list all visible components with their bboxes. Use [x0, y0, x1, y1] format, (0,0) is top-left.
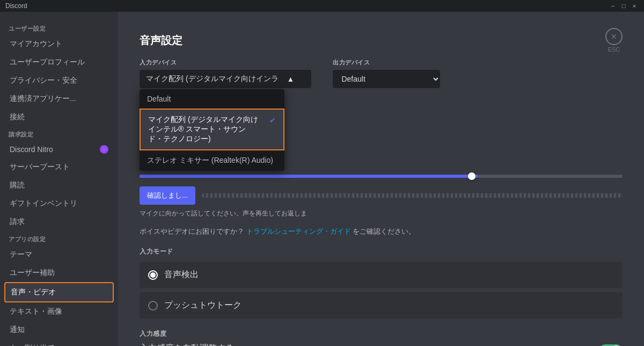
sensitivity-header: 入力感度: [140, 329, 623, 338]
dropdown-item-mic-array[interactable]: マイク配列 (デジタルマイク向けインテル® スマート・サウンド・テクノロジー) …: [140, 109, 284, 150]
dropdown-item-default[interactable]: Default: [140, 89, 284, 109]
close-button[interactable]: ×: [630, 2, 639, 10]
troubleshoot-link[interactable]: トラブルシューティング・ガイド: [246, 227, 351, 235]
esc-button[interactable]: ✕ ESC: [605, 28, 623, 53]
sidebar-item-my-account[interactable]: マイアカウント: [4, 35, 114, 53]
sidebar-item-user-profile[interactable]: ユーザープロフィール: [4, 53, 114, 71]
check-mark-icon: ✔: [269, 116, 276, 125]
title-bar: Discord − □ ×: [0, 0, 644, 12]
radio-circle-voice: [148, 270, 158, 280]
content-area: ✕ ESC 音声設定 入力デバイス マイク配列 (デジタルマイク向けインラ ▲: [118, 12, 644, 346]
sidebar-item-keybinds[interactable]: キー割り当て: [4, 339, 114, 346]
sensitivity-section: 入力感度 入力感度を自動調整する ✔ インジケーターが緑に点灯している時は、Di…: [140, 329, 623, 346]
output-device-label: 出力デバイス: [333, 59, 440, 67]
radio-circle-ptt: [148, 301, 158, 311]
sidebar-item-server-boost[interactable]: サーバーブースト: [4, 158, 114, 176]
sidebar-item-notifications[interactable]: 通知: [4, 321, 114, 339]
nitro-icon: [100, 145, 108, 154]
test-section: 確認しまし... マイクに向かって話してください。声を再生してお返しま: [140, 186, 623, 218]
sidebar-section-app-settings: アプリの設定: [4, 231, 114, 246]
radio-label-ptt: プッシュトウトーク: [164, 300, 241, 311]
sensitivity-auto-row: 入力感度を自動調整する ✔: [140, 343, 623, 346]
device-form-row: 入力デバイス マイク配列 (デジタルマイク向けインラ ▲ ② Default: [140, 59, 623, 88]
input-device-select-wrapper: マイク配列 (デジタルマイク向けインラ ▲ ② Default マイク配列 (デ…: [140, 70, 311, 88]
sidebar-item-privacy-safety[interactable]: プライバシー・安全: [4, 71, 114, 90]
sidebar-item-theme[interactable]: テーマ: [4, 246, 114, 264]
sensitivity-title: 入力感度: [140, 329, 166, 338]
sensitivity-auto-label: 入力感度を自動調整する: [140, 343, 234, 346]
radio-inner-voice: [150, 272, 156, 278]
sidebar-section-user-settings: ユーザー設定: [4, 20, 114, 35]
page-title: 音声設定: [140, 33, 623, 48]
sidebar-item-user-assist[interactable]: ユーザー補助: [4, 264, 114, 282]
sidebar-item-text-image[interactable]: テキスト・画像: [4, 302, 114, 321]
output-device-select-wrapper: Default: [333, 70, 440, 88]
confirm-button[interactable]: 確認しまし...: [140, 186, 195, 205]
troubleshoot-row: ボイスやビデオにお困りですか？ トラブルシューティング・ガイド をご確認ください…: [140, 227, 623, 236]
input-device-label: 入力デバイス: [140, 59, 311, 67]
sidebar-item-discord-nitro[interactable]: Discord Nitro: [4, 141, 114, 158]
output-device-group: 出力デバイス Default: [333, 59, 440, 88]
audio-bar-fill: [202, 193, 623, 198]
sidebar-item-voice-video[interactable]: 音声・ビデオ: [4, 282, 114, 302]
radio-push-to-talk[interactable]: プッシュトウトーク: [140, 292, 623, 319]
radio-label-voice: 音声検出: [164, 269, 199, 280]
output-device-select[interactable]: Default: [333, 70, 440, 88]
app-title: Discord: [5, 2, 27, 10]
sidebar-item-connections[interactable]: 接続: [4, 108, 114, 126]
input-mode-section: 入力モード 音声検出 プッシュトウトーク: [140, 247, 623, 319]
sidebar-item-linked-apps[interactable]: 連携済アプリケー...: [4, 90, 114, 108]
input-device-dropdown: ② Default マイク配列 (デジタルマイク向けインテル® スマート・サウン…: [140, 89, 284, 171]
test-row: 確認しまし...: [140, 186, 623, 205]
radio-voice-detection[interactable]: 音声検出: [140, 262, 623, 288]
esc-circle: ✕: [605, 28, 623, 45]
volume-slider-track[interactable]: [140, 175, 623, 178]
sidebar-section-billing: 請求設定: [4, 126, 114, 141]
title-bar-controls: − □ ×: [609, 2, 639, 10]
app-container: Discord − □ × ユーザー設定 マイアカウント ユーザープロフィール …: [0, 0, 644, 346]
test-description: マイクに向かって話してください。声を再生してお返しま: [140, 209, 623, 218]
input-mode-radio-group: 音声検出 プッシュトウトーク: [140, 262, 623, 319]
dropdown-item-stereo-mixer[interactable]: ステレオ ミキサー (Realtek(R) Audio): [140, 150, 284, 171]
maximize-button[interactable]: □: [619, 2, 628, 10]
input-device-group: 入力デバイス マイク配列 (デジタルマイク向けインラ ▲ ② Default: [140, 59, 311, 88]
volume-slider-thumb[interactable]: [468, 172, 475, 180]
minimize-button[interactable]: −: [609, 2, 617, 10]
esc-label: ESC: [608, 46, 620, 53]
auto-sensitivity-toggle[interactable]: ✔: [599, 344, 623, 347]
sidebar-item-billing[interactable]: 請求: [4, 213, 114, 231]
input-device-chevron: ▲: [287, 75, 295, 83]
input-device-select[interactable]: マイク配列 (デジタルマイク向けインラ ▲: [140, 70, 311, 88]
sidebar-item-gift-inventory[interactable]: ギフトインベントリ: [4, 194, 114, 213]
volume-slider-fill: [140, 175, 478, 178]
voice-video-row: ① 音声・ビデオ: [4, 282, 114, 302]
input-mode-label: 入力モード: [140, 247, 623, 256]
main-layout: ユーザー設定 マイアカウント ユーザープロフィール プライバシー・安全 連携済ア…: [0, 12, 644, 346]
sidebar: ユーザー設定 マイアカウント ユーザープロフィール プライバシー・安全 連携済ア…: [0, 12, 118, 346]
audio-bar-container: [202, 193, 623, 198]
sidebar-item-purchase[interactable]: 購読: [4, 176, 114, 194]
title-bar-left: Discord: [5, 2, 27, 10]
